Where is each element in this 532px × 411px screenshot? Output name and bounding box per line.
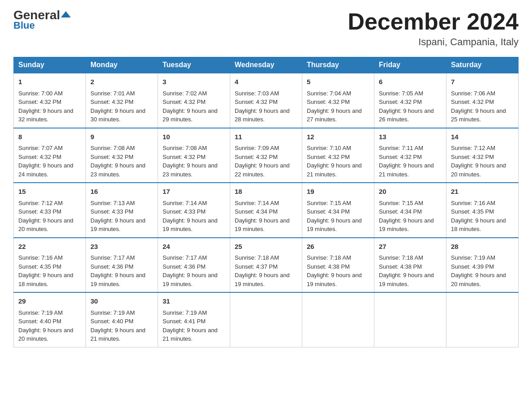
table-row: 10Sunrise: 7:08 AMSunset: 4:32 PMDayligh… (158, 128, 230, 183)
day-info: Sunrise: 7:11 AMSunset: 4:32 PMDaylight:… (379, 145, 434, 178)
day-number: 25 (235, 242, 297, 252)
table-row: 23Sunrise: 7:17 AMSunset: 4:36 PMDayligh… (86, 238, 158, 293)
day-number: 1 (18, 77, 81, 87)
table-row: 11Sunrise: 7:09 AMSunset: 4:32 PMDayligh… (230, 128, 302, 183)
day-number: 13 (379, 132, 442, 142)
calendar-week-row: 15Sunrise: 7:12 AMSunset: 4:33 PMDayligh… (14, 183, 519, 238)
logo-blue: Blue (13, 20, 35, 31)
title-block: December 2024 Ispani, Campania, Italy (348, 9, 519, 48)
table-row (446, 292, 519, 347)
table-row: 19Sunrise: 7:15 AMSunset: 4:34 PMDayligh… (302, 183, 374, 238)
page-subtitle: Ispani, Campania, Italy (348, 36, 519, 48)
day-number: 28 (451, 242, 514, 252)
day-number: 9 (90, 132, 153, 142)
table-row: 18Sunrise: 7:14 AMSunset: 4:34 PMDayligh… (230, 183, 302, 238)
day-info: Sunrise: 7:19 AMSunset: 4:40 PMDaylight:… (18, 309, 73, 342)
day-number: 3 (163, 77, 225, 87)
day-number: 2 (90, 77, 153, 87)
page-title: December 2024 (348, 9, 519, 34)
day-number: 19 (307, 187, 369, 197)
day-info: Sunrise: 7:10 AMSunset: 4:32 PMDaylight:… (307, 145, 362, 178)
day-number: 5 (307, 77, 369, 87)
calendar-week-row: 29Sunrise: 7:19 AMSunset: 4:40 PMDayligh… (14, 292, 519, 347)
day-info: Sunrise: 7:19 AMSunset: 4:41 PMDaylight:… (163, 309, 218, 342)
day-number: 8 (18, 132, 81, 142)
table-row: 25Sunrise: 7:18 AMSunset: 4:37 PMDayligh… (230, 238, 302, 293)
day-number: 10 (163, 132, 225, 142)
day-number: 29 (18, 296, 81, 307)
day-number: 15 (18, 187, 81, 197)
table-row: 31Sunrise: 7:19 AMSunset: 4:41 PMDayligh… (158, 292, 230, 347)
day-number: 17 (163, 187, 225, 197)
logo: General Blue (13, 9, 71, 31)
table-row: 4Sunrise: 7:03 AMSunset: 4:32 PMDaylight… (230, 73, 302, 128)
day-info: Sunrise: 7:13 AMSunset: 4:33 PMDaylight:… (90, 200, 146, 233)
table-row: 21Sunrise: 7:16 AMSunset: 4:35 PMDayligh… (446, 183, 519, 238)
day-number: 24 (163, 242, 225, 252)
day-number: 18 (235, 187, 297, 197)
day-number: 4 (235, 77, 297, 87)
day-info: Sunrise: 7:12 AMSunset: 4:32 PMDaylight:… (451, 145, 506, 178)
col-thursday: Thursday (302, 57, 374, 73)
day-info: Sunrise: 7:05 AMSunset: 4:32 PMDaylight:… (379, 90, 434, 123)
day-info: Sunrise: 7:12 AMSunset: 4:33 PMDaylight:… (18, 200, 73, 233)
day-info: Sunrise: 7:07 AMSunset: 4:32 PMDaylight:… (18, 145, 73, 178)
table-row: 12Sunrise: 7:10 AMSunset: 4:32 PMDayligh… (302, 128, 374, 183)
day-number: 22 (18, 242, 81, 252)
day-number: 20 (379, 187, 442, 197)
table-row: 5Sunrise: 7:04 AMSunset: 4:32 PMDaylight… (302, 73, 374, 128)
col-sunday: Sunday (14, 57, 86, 73)
table-row: 30Sunrise: 7:19 AMSunset: 4:40 PMDayligh… (86, 292, 158, 347)
page-header: General Blue December 2024 Ispani, Campa… (13, 9, 519, 48)
table-row: 15Sunrise: 7:12 AMSunset: 4:33 PMDayligh… (14, 183, 86, 238)
table-row: 7Sunrise: 7:06 AMSunset: 4:32 PMDaylight… (446, 73, 519, 128)
table-row: 26Sunrise: 7:18 AMSunset: 4:38 PMDayligh… (302, 238, 374, 293)
col-saturday: Saturday (446, 57, 519, 73)
day-info: Sunrise: 7:15 AMSunset: 4:34 PMDaylight:… (307, 200, 362, 233)
table-row: 29Sunrise: 7:19 AMSunset: 4:40 PMDayligh… (14, 292, 86, 347)
table-row: 16Sunrise: 7:13 AMSunset: 4:33 PMDayligh… (86, 183, 158, 238)
table-row: 27Sunrise: 7:18 AMSunset: 4:38 PMDayligh… (374, 238, 446, 293)
day-info: Sunrise: 7:00 AMSunset: 4:32 PMDaylight:… (18, 90, 73, 123)
day-info: Sunrise: 7:17 AMSunset: 4:36 PMDaylight:… (90, 254, 146, 287)
day-number: 27 (379, 242, 442, 252)
col-friday: Friday (374, 57, 446, 73)
day-info: Sunrise: 7:19 AMSunset: 4:39 PMDaylight:… (451, 254, 506, 287)
day-info: Sunrise: 7:14 AMSunset: 4:33 PMDaylight:… (163, 200, 218, 233)
day-number: 11 (235, 132, 297, 142)
day-info: Sunrise: 7:09 AMSunset: 4:32 PMDaylight:… (235, 145, 290, 178)
calendar-week-row: 1Sunrise: 7:00 AMSunset: 4:32 PMDaylight… (14, 73, 519, 128)
table-row: 2Sunrise: 7:01 AMSunset: 4:32 PMDaylight… (86, 73, 158, 128)
day-info: Sunrise: 7:06 AMSunset: 4:32 PMDaylight:… (451, 90, 506, 123)
table-row (230, 292, 302, 347)
calendar-header-row: Sunday Monday Tuesday Wednesday Thursday… (14, 57, 519, 73)
col-monday: Monday (86, 57, 158, 73)
day-info: Sunrise: 7:16 AMSunset: 4:35 PMDaylight:… (451, 200, 506, 233)
day-info: Sunrise: 7:19 AMSunset: 4:40 PMDaylight:… (90, 309, 146, 342)
table-row: 6Sunrise: 7:05 AMSunset: 4:32 PMDaylight… (374, 73, 446, 128)
day-info: Sunrise: 7:16 AMSunset: 4:35 PMDaylight:… (18, 254, 73, 287)
day-info: Sunrise: 7:01 AMSunset: 4:32 PMDaylight:… (90, 90, 146, 123)
calendar-week-row: 8Sunrise: 7:07 AMSunset: 4:32 PMDaylight… (14, 128, 519, 183)
day-number: 30 (90, 296, 153, 307)
calendar-table: Sunday Monday Tuesday Wednesday Thursday… (13, 57, 519, 347)
calendar-week-row: 22Sunrise: 7:16 AMSunset: 4:35 PMDayligh… (14, 238, 519, 293)
table-row: 1Sunrise: 7:00 AMSunset: 4:32 PMDaylight… (14, 73, 86, 128)
day-info: Sunrise: 7:15 AMSunset: 4:34 PMDaylight:… (379, 200, 434, 233)
day-info: Sunrise: 7:04 AMSunset: 4:32 PMDaylight:… (307, 90, 362, 123)
table-row: 3Sunrise: 7:02 AMSunset: 4:32 PMDaylight… (158, 73, 230, 128)
table-row: 8Sunrise: 7:07 AMSunset: 4:32 PMDaylight… (14, 128, 86, 183)
day-number: 12 (307, 132, 369, 142)
table-row (302, 292, 374, 347)
day-info: Sunrise: 7:17 AMSunset: 4:36 PMDaylight:… (163, 254, 218, 287)
day-info: Sunrise: 7:03 AMSunset: 4:32 PMDaylight:… (235, 90, 290, 123)
day-number: 31 (163, 296, 225, 307)
col-wednesday: Wednesday (230, 57, 302, 73)
day-number: 6 (379, 77, 442, 87)
day-info: Sunrise: 7:08 AMSunset: 4:32 PMDaylight:… (163, 145, 218, 178)
day-number: 16 (90, 187, 153, 197)
table-row: 17Sunrise: 7:14 AMSunset: 4:33 PMDayligh… (158, 183, 230, 238)
day-info: Sunrise: 7:18 AMSunset: 4:38 PMDaylight:… (307, 254, 362, 287)
day-info: Sunrise: 7:14 AMSunset: 4:34 PMDaylight:… (235, 200, 290, 233)
table-row: 24Sunrise: 7:17 AMSunset: 4:36 PMDayligh… (158, 238, 230, 293)
